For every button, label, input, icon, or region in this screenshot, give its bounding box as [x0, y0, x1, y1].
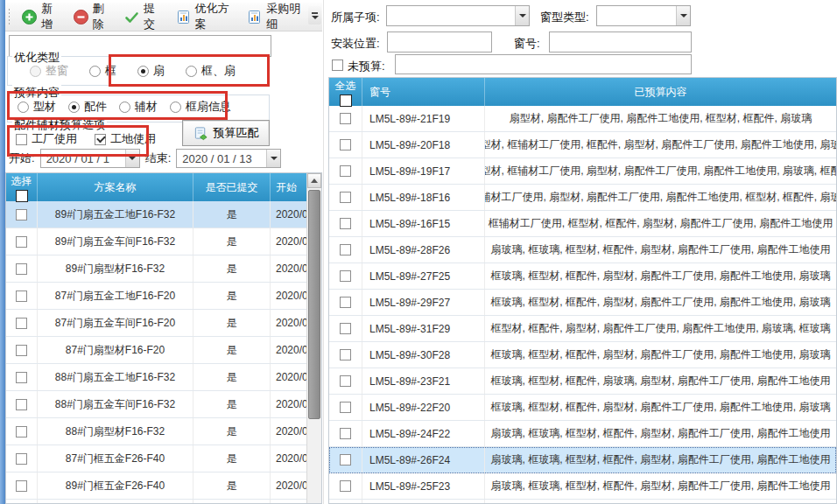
row-checkbox[interactable]: [16, 426, 27, 438]
radio-unselected-icon[interactable]: [170, 102, 181, 113]
row-checkbox[interactable]: [340, 270, 351, 282]
table-row[interactable]: LM5L-89#-29F27框玻璃, 框型材, 框配件, 扇型材, 扇配件工厂使…: [329, 290, 836, 316]
table-row[interactable]: 87#门扇型材F16-F20是2020/0: [6, 337, 321, 364]
row-checkbox[interactable]: [340, 244, 351, 256]
table-row[interactable]: LM5L-89#-18F16框辅材工厂使用, 扇型材, 扇配件工厂使用, 扇配件…: [329, 185, 836, 211]
row-select-cell: [329, 421, 362, 446]
radio-unselected-icon[interactable]: [89, 66, 101, 77]
install-position-input[interactable]: [387, 32, 492, 52]
chevron-down-icon[interactable]: [676, 6, 690, 25]
row-checkbox[interactable]: [16, 318, 27, 329]
budget-content-option-1[interactable]: 配件: [68, 99, 107, 115]
budget-content-option-3[interactable]: 框扇信息: [170, 99, 231, 115]
row-checkbox[interactable]: [16, 290, 27, 302]
budget-content-option-2[interactable]: 辅材: [119, 99, 158, 115]
checkbox-unchecked-icon[interactable]: [16, 134, 27, 145]
table-row[interactable]: 89#门框五金F26-F40是2020/0: [6, 472, 321, 500]
date-end-picker[interactable]: 2020 / 01 / 13: [176, 149, 281, 168]
table-row[interactable]: LM5L-89#-31F29框型材, 框配件, 扇型材, 扇配件工厂使用, 扇配…: [329, 316, 836, 342]
table-row[interactable]: LM5L-89#-30F28框玻璃, 框型材, 框配件, 扇型材, 扇配件工厂使…: [329, 342, 836, 368]
row-checkbox[interactable]: [340, 349, 351, 360]
table-row[interactable]: 87#门框五金F26-F40是2020/0: [6, 445, 321, 472]
row-checkbox[interactable]: [16, 453, 27, 465]
row-checkbox[interactable]: [340, 192, 351, 203]
scrollbar-thumb[interactable]: [308, 190, 320, 419]
table-row[interactable]: LM5L-89#-19F17框型材, 框辅材工厂使用, 扇型材, 扇配件工厂使用…: [329, 158, 836, 185]
optimize-type-option-3[interactable]: 框、扇: [186, 63, 236, 79]
table-row[interactable]: LM5L-89#-20F18框型材, 框辅材工厂使用, 框配件, 扇型材, 扇配…: [329, 132, 836, 158]
row-checkbox[interactable]: [16, 209, 27, 220]
row-checkbox[interactable]: [16, 372, 27, 383]
window-type-combobox[interactable]: [596, 5, 691, 26]
row-checkbox[interactable]: [16, 345, 27, 356]
toolbar-submit-button[interactable]: 提交: [118, 0, 168, 36]
plan-name-cell: 87#门扇型材F16-F20: [38, 337, 193, 363]
budget-content-option-0[interactable]: 型材: [18, 99, 56, 115]
table-row[interactable]: LM5L-89#-22F20框玻璃, 框型材, 框配件, 扇型材, 扇配件工厂使…: [329, 395, 836, 421]
table-row[interactable]: LM5L-89#-21F19扇型材, 扇配件工厂使用, 扇配件工地使用, 框型材…: [329, 106, 836, 132]
optimize-type-option-2[interactable]: 扇: [137, 63, 165, 79]
checkbox-checked-icon[interactable]: [95, 134, 106, 145]
toolbar-overflow-button[interactable]: [308, 6, 321, 24]
table-row[interactable]: LM5L-89#-24F22扇玻璃, 框玻璃, 框型材, 框配件, 扇型材, 扇…: [329, 421, 836, 447]
table-row[interactable]: 88#门扇五金工地F16-F32是2020/0: [6, 364, 321, 391]
row-checkbox[interactable]: [340, 165, 351, 177]
radio-selected-icon[interactable]: [68, 102, 80, 113]
radio-selected-icon[interactable]: [137, 66, 149, 77]
chevron-down-icon[interactable]: [266, 150, 280, 167]
table-row[interactable]: 88#门扇五金车间F16-F32是2020/0: [6, 391, 321, 418]
table-row[interactable]: 89#门扇型材F16-F32是2020/0: [6, 256, 321, 283]
row-checkbox[interactable]: [340, 113, 351, 124]
table-row[interactable]: 89#门扇五金车间F16-F32是2020/0: [6, 228, 321, 256]
table-row[interactable]: LM5L-89#-26F24扇玻璃, 框玻璃, 框型材, 框配件, 扇型材, 扇…: [329, 447, 836, 473]
scroll-up-icon[interactable]: [307, 173, 321, 188]
table-row[interactable]: 87#门扇五金工地F16-F20是2020/0: [6, 283, 321, 310]
table-row[interactable]: LM5L-89#-25F23扇玻璃, 框玻璃, 框型材, 框配件, 扇型材, 扇…: [329, 473, 836, 500]
optimize-type-option-1[interactable]: 框: [89, 63, 116, 79]
toolbar-add-button[interactable]: 新增: [16, 0, 66, 36]
vertical-scrollbar[interactable]: [306, 173, 321, 503]
table-row[interactable]: 89#门扇五金工地F16-F32是2020/0: [6, 201, 321, 228]
budget-match-button[interactable]: 预算匹配: [182, 120, 270, 146]
table-row[interactable]: 88#门扇型材F16-F32是2020/0: [6, 418, 321, 445]
row-checkbox[interactable]: [340, 139, 351, 150]
table-row[interactable]: 88#门框五金F21-F40是2020/0: [6, 500, 321, 504]
toolbar-optimize-plan-button[interactable]: 优化方案: [170, 0, 240, 36]
window-no-input[interactable]: [549, 32, 692, 52]
date-start-picker[interactable]: 2020 / 01 / 1: [40, 149, 140, 168]
radio-unselected-icon[interactable]: [119, 102, 130, 113]
row-checkbox[interactable]: [340, 375, 351, 387]
row-select-cell: [329, 316, 362, 341]
row-checkbox[interactable]: [16, 480, 27, 492]
table-row[interactable]: LM5L-89#-27F25框玻璃, 框型材, 框配件, 扇型材, 扇配件工厂使…: [329, 263, 836, 290]
accessory-option-1[interactable]: 工地使用: [95, 131, 156, 147]
row-select-cell: [6, 228, 38, 255]
sub-item-combobox[interactable]: [386, 5, 530, 26]
row-checkbox[interactable]: [340, 218, 351, 229]
table-row[interactable]: LM5L-89#-16F15框辅材工厂使用, 框型材, 框配件, 扇型材, 扇配…: [329, 211, 836, 237]
row-checkbox[interactable]: [16, 263, 27, 275]
row-checkbox[interactable]: [340, 480, 351, 492]
table-row[interactable]: LM5L-89#-23F21框玻璃, 框型材, 框配件, 扇玻璃, 扇型材, 扇…: [329, 368, 836, 395]
plan-name-cell: 87#门框五金F26-F40: [38, 445, 193, 472]
row-checkbox[interactable]: [340, 297, 351, 308]
accessory-option-0[interactable]: 工厂使用: [16, 131, 77, 147]
row-checkbox[interactable]: [340, 402, 351, 413]
select-all-checkbox[interactable]: [340, 94, 352, 107]
row-checkbox[interactable]: [340, 454, 351, 466]
row-checkbox[interactable]: [340, 323, 351, 334]
no-budget-input[interactable]: [395, 54, 692, 74]
chevron-down-icon[interactable]: [515, 6, 529, 25]
chevron-down-icon[interactable]: [125, 150, 139, 167]
radio-unselected-icon[interactable]: [186, 66, 197, 77]
table-row[interactable]: LM5L-89#-28F26扇玻璃, 框玻璃, 框型材, 框配件, 扇型材, 扇…: [329, 237, 836, 263]
row-checkbox[interactable]: [16, 399, 27, 410]
no-budget-checkbox[interactable]: [332, 60, 343, 71]
table-row[interactable]: 87#门扇五金车间F16-F20是2020/0: [6, 310, 321, 337]
radio-unselected-icon[interactable]: [18, 102, 29, 113]
row-checkbox[interactable]: [340, 428, 351, 439]
row-checkbox[interactable]: [16, 236, 27, 248]
select-all-checkbox[interactable]: [16, 190, 28, 202]
toolbar-delete-button[interactable]: 删除: [67, 0, 117, 36]
row-select-cell: [329, 158, 362, 184]
